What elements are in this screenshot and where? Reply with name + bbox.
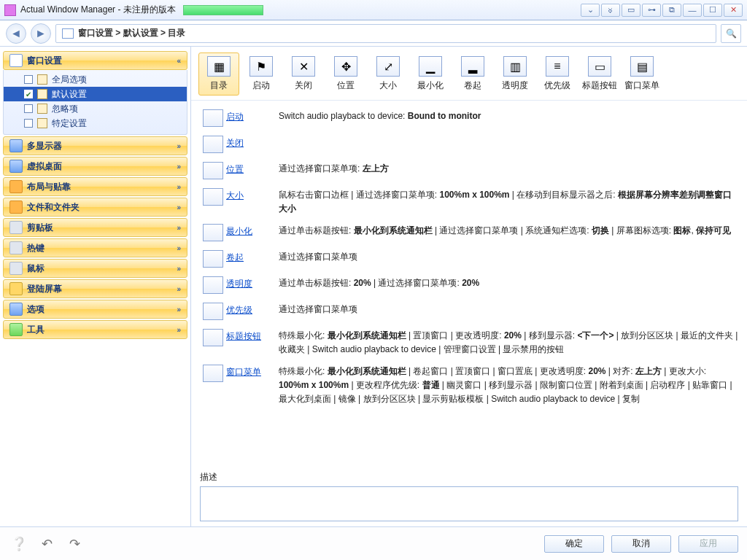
sidebar-item-1[interactable]: ✔默认设置 (4, 87, 187, 101)
summary-row-9: 窗口菜单特殊最小化: 最小化到系统通知栏 | 卷起窗口 | 置顶窗口 | 窗口置… (200, 360, 738, 410)
toolbar-icon: ▦ (207, 56, 231, 77)
section-toolbar: ▦目录⚑启动✕关闭✥位置⤢大小▁最小化▂卷起▥透明度≡优先级▭标题按钮▤窗口菜单 (191, 47, 747, 101)
checkbox-icon[interactable]: ✔ (24, 90, 33, 98)
sidebar-group-label: 虚拟桌面 (27, 160, 62, 173)
nav-forward-button[interactable]: ► (31, 23, 51, 44)
summary-link[interactable]: 透明度 (226, 276, 279, 290)
summary-link[interactable]: 关闭 (226, 136, 279, 149)
bottom-bar: ❔ ↶ ↷ 确定 取消 应用 (0, 526, 747, 560)
toolbar-label: 关闭 (295, 79, 312, 92)
summary-icon (200, 188, 226, 206)
toolbar-icon: ▭ (588, 56, 611, 77)
summary-row-7: 优先级通过选择窗口菜单项 (200, 298, 738, 324)
toolbar-label: 窗口菜单 (624, 79, 659, 92)
sidebar-group-1[interactable]: 多显示器» (3, 136, 187, 155)
sidebar-item-label: 默认设置 (52, 88, 87, 101)
summary-row-6: 透明度通过单击标题按钮: 20% | 通过选择窗口菜单项: 20% (200, 272, 738, 298)
sidebar-item-label: 特定设置 (52, 117, 87, 130)
toolbar-位置[interactable]: ✥位置 (325, 52, 366, 96)
toolbar-label: 优先级 (544, 79, 570, 92)
undo-icon[interactable]: ↶ (36, 535, 57, 553)
toolbar-icon: ✥ (334, 56, 357, 77)
sidebar-group-8[interactable]: 登陆屏幕» (3, 279, 187, 298)
sidebar-group-label: 登陆屏幕 (27, 283, 62, 295)
sidebar-item-label: 忽略项 (52, 103, 78, 115)
item-icon (37, 74, 47, 85)
checkbox-icon[interactable] (24, 104, 33, 113)
summary-link[interactable]: 标题按钮 (226, 329, 279, 343)
toolbar-窗口菜单[interactable]: ▤窗口菜单 (622, 52, 662, 96)
sidebar-group-9[interactable]: 选项» (3, 300, 187, 319)
toolbar-最小化[interactable]: ▁最小化 (410, 52, 451, 96)
toolbar-卷起[interactable]: ▂卷起 (452, 52, 493, 96)
sidebar-group-2[interactable]: 虚拟桌面» (3, 157, 187, 176)
sidebar-group-0[interactable]: 窗口设置« (3, 51, 187, 70)
checkbox-icon[interactable] (24, 119, 33, 128)
summary-link[interactable]: 启动 (226, 109, 279, 123)
system-buttons: ⌄ థ ▭ ⊶ ⧉ — ☐ ✕ (579, 4, 743, 17)
close-button[interactable]: ✕ (724, 4, 743, 17)
sidebar-group-label: 窗口设置 (27, 55, 62, 67)
sidebar-group-4[interactable]: 文件和文件夹» (3, 198, 187, 217)
maximize-button[interactable]: ☐ (703, 4, 722, 17)
toolbar-优先级[interactable]: ≡优先级 (537, 52, 578, 96)
navbar: ◄ ► 窗口设置 > 默认设置 > 目录 🔍 (0, 20, 747, 47)
cancel-button[interactable]: 取消 (611, 535, 671, 553)
summary-link[interactable]: 最小化 (226, 224, 279, 238)
summary-icon (200, 365, 226, 382)
content-pane: ▦目录⚑启动✕关闭✥位置⤢大小▁最小化▂卷起▥透明度≡优先级▭标题按钮▤窗口菜单… (191, 47, 747, 526)
description-input[interactable] (200, 486, 738, 521)
search-button[interactable]: 🔍 (721, 24, 741, 43)
toolbar-标题按钮[interactable]: ▭标题按钮 (579, 52, 620, 96)
sidebar-item-label: 全局选项 (52, 74, 87, 86)
summary-text: 通过选择窗口菜单项: 左上方 (279, 162, 738, 176)
extra-button-1[interactable]: ⌄ (581, 4, 600, 17)
nav-back-button[interactable]: ◄ (6, 23, 26, 44)
help-icon[interactable]: ❔ (9, 535, 29, 553)
sidebar-item-3[interactable]: 特定设置 (4, 116, 187, 131)
toolbar-启动[interactable]: ⚑启动 (241, 52, 282, 96)
extra-button-3[interactable]: ▭ (622, 4, 640, 17)
minimize-button[interactable]: — (683, 4, 702, 17)
summary-icon (200, 276, 226, 294)
toolbar-icon: ✕ (292, 56, 315, 77)
checkbox-icon[interactable] (24, 75, 33, 84)
toolbar-label: 目录 (210, 79, 228, 92)
sidebar-group-label: 热键 (27, 242, 44, 254)
item-icon (37, 104, 47, 114)
toolbar-icon: ⤢ (376, 56, 400, 77)
sidebar-group-5[interactable]: 剪贴板» (3, 218, 187, 237)
summary-row-0: 启动Switch audio playback to device: Bound… (200, 105, 738, 131)
sidebar-group-label: 文件和文件夹 (27, 201, 80, 214)
sidebar-group-6[interactable]: 热键» (3, 238, 187, 257)
sidebar-item-0[interactable]: 全局选项 (4, 72, 187, 87)
summary-link[interactable]: 大小 (226, 188, 279, 202)
summary-link[interactable]: 窗口菜单 (226, 365, 279, 378)
toolbar-label: 卷起 (464, 79, 481, 92)
summary-link[interactable]: 优先级 (226, 303, 279, 316)
extra-button-4[interactable]: ⊶ (642, 4, 661, 17)
summary-text: 特殊最小化: 最小化到系统通知栏 | 置顶窗口 | 更改透明度: 20% | 移… (279, 329, 738, 356)
extra-button-2[interactable]: థ (601, 4, 620, 17)
toolbar-label: 最小化 (417, 79, 444, 92)
summary-text: Switch audio playback to device: Bound t… (279, 109, 738, 123)
toolbar-icon: ▁ (419, 56, 442, 77)
summary-link[interactable]: 卷起 (226, 250, 279, 264)
toolbar-icon: ▥ (503, 56, 527, 77)
summary-icon (200, 136, 226, 153)
sidebar-item-2[interactable]: 忽略项 (4, 101, 187, 116)
apply-button[interactable]: 应用 (678, 535, 738, 553)
ok-button[interactable]: 确定 (544, 535, 604, 553)
toolbar-关闭[interactable]: ✕关闭 (283, 52, 324, 96)
summary-link[interactable]: 位置 (226, 162, 279, 176)
extra-button-5[interactable]: ⧉ (662, 4, 681, 17)
toolbar-大小[interactable]: ⤢大小 (368, 52, 409, 96)
sidebar-group-7[interactable]: 鼠标» (3, 259, 187, 278)
redo-icon[interactable]: ↷ (64, 535, 85, 553)
sidebar-group-10[interactable]: 工具» (3, 320, 187, 339)
breadcrumb[interactable]: 窗口设置 > 默认设置 > 目录 (55, 24, 716, 43)
toolbar-透明度[interactable]: ▥透明度 (495, 52, 535, 96)
toolbar-目录[interactable]: ▦目录 (198, 52, 239, 96)
summary-text: 通过单击标题按钮: 20% | 通过选择窗口菜单项: 20% (279, 276, 738, 290)
sidebar-group-3[interactable]: 布局与贴靠» (3, 177, 187, 196)
